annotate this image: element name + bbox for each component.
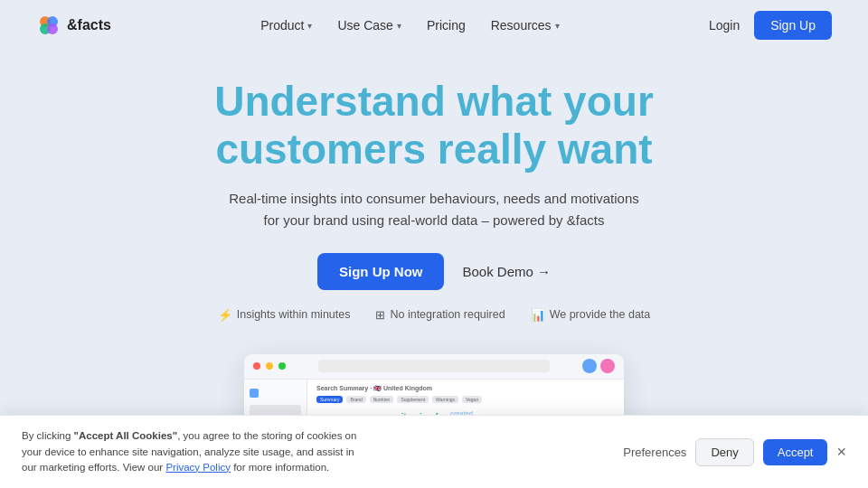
hero-cta-group: Sign Up Now Book Demo → [36,253,832,290]
tab-supplement[interactable]: Supplement [397,396,429,403]
chevron-down-icon: ▾ [397,21,401,31]
chevron-down-icon: ▾ [555,21,560,31]
signup-hero-button[interactable]: Sign Up Now [317,253,445,290]
nav-pricing[interactable]: Pricing [427,18,466,33]
badge-data: 📊 We provide the data [531,308,651,322]
window-address-bar [318,360,550,372]
tab-brand[interactable]: Brand [346,396,365,403]
book-demo-button[interactable]: Book Demo → [462,264,551,279]
privacy-policy-link[interactable]: Privacy Policy [165,462,231,473]
window-minimize-dot [266,362,273,370]
hero-subtitle: Real-time insights into consumer behavio… [226,188,642,231]
hero-section: Understand what your customers really wa… [0,51,868,340]
window-close-dot [253,362,260,370]
tab-nutrition[interactable]: Nutrition [370,396,394,403]
brand-name: &facts [67,17,111,33]
logo-icon [36,13,61,38]
nav-product[interactable]: Product ▾ [260,18,312,33]
window-user-icon [582,359,597,373]
grid-icon: ⊞ [375,308,385,322]
window-icons [582,359,615,373]
cookie-text: By clicking "Accept All Cookies", you ag… [22,428,365,475]
svg-point-3 [47,23,58,34]
preferences-button[interactable]: Preferences [623,446,686,459]
login-button[interactable]: Login [709,18,740,33]
cookie-banner: By clicking "Accept All Cookies", you ag… [0,415,868,488]
accept-button[interactable]: Accept [763,439,828,465]
signup-nav-button[interactable]: Sign Up [754,11,832,40]
chevron-down-icon: ▾ [307,21,312,31]
nav-resources[interactable]: Resources ▾ [491,18,560,33]
window-maximize-dot [278,362,286,370]
window-titlebar [244,354,624,380]
hero-title: Understand what your customers really wa… [36,78,832,174]
nav-actions: Login Sign Up [709,11,832,40]
dashboard-tabs: Summary Brand Nutrition Supplement Warni… [316,396,615,403]
close-cookie-button[interactable]: × [836,444,846,460]
deny-button[interactable]: Deny [695,438,753,466]
window-avatar-icon [600,359,615,373]
tab-summary[interactable]: Summary [316,396,343,403]
lightning-icon: ⚡ [218,308,232,322]
tab-warnings[interactable]: Warnings [432,396,458,403]
hero-badges: ⚡ Insights within minutes ⊞ No integrati… [36,308,832,322]
badge-integration: ⊞ No integration required [375,308,505,322]
dashboard-title: Search Summary · 🇬🇧 United Kingdom [316,385,615,392]
nav-links: Product ▾ Use Case ▾ Pricing Resources ▾ [260,18,559,33]
chart-icon: 📊 [531,308,545,322]
badge-insights: ⚡ Insights within minutes [218,308,351,322]
cookie-actions: Preferences Deny Accept × [623,438,846,466]
nav-use-case[interactable]: Use Case ▾ [337,18,401,33]
sidebar-item [250,405,301,416]
logo[interactable]: &facts [36,13,111,38]
tab-more[interactable]: Vegan [462,396,482,403]
navbar: &facts Product ▾ Use Case ▾ Pricing Reso… [0,0,868,51]
